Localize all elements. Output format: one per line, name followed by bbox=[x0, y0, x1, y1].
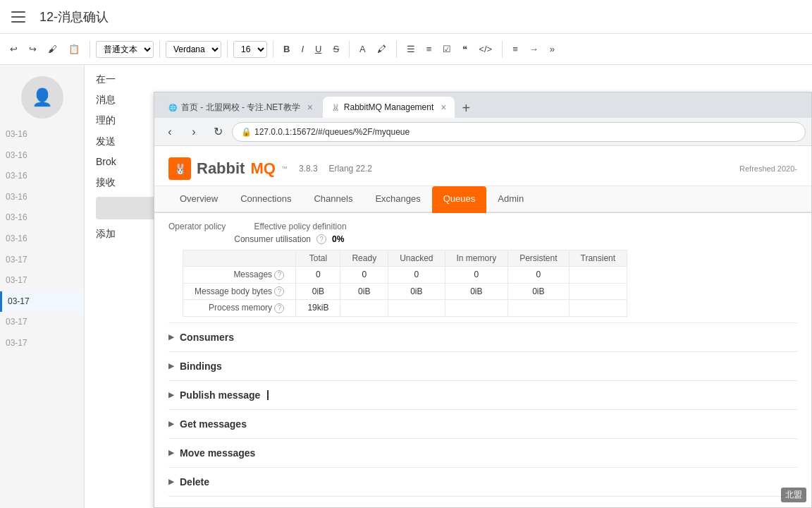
new-tab-button[interactable]: + bbox=[456, 98, 476, 118]
undo-button[interactable]: ↩ bbox=[6, 41, 22, 57]
forward-button[interactable]: › bbox=[184, 122, 204, 142]
body-bytes-help[interactable]: ? bbox=[274, 286, 284, 296]
rmq-section-header-5[interactable]: ▶Delete bbox=[168, 468, 797, 496]
font-size-select[interactable]: 16 bbox=[233, 41, 267, 58]
effective-policy-label: Effective policy definition bbox=[254, 222, 346, 231]
rmq-nav-admin[interactable]: Admin bbox=[486, 186, 535, 213]
section-cursor-2 bbox=[267, 390, 269, 400]
rmq-section-delete: ▶Delete bbox=[168, 467, 797, 496]
url-text: 127.0.0.1:15672/#/queues/%2F/myqueue bbox=[254, 127, 410, 137]
messages-inmem: 0 bbox=[445, 267, 508, 284]
sidebar-date-8[interactable]: 03-17 bbox=[0, 291, 84, 313]
tab-favicon-2: 🐰 bbox=[331, 104, 340, 111]
sidebar-date-9[interactable]: 03-17 bbox=[0, 312, 84, 333]
bold-button[interactable]: B bbox=[279, 41, 294, 57]
process-memory-persistent bbox=[508, 300, 569, 317]
consumer-utilisation-help[interactable]: ? bbox=[316, 234, 326, 244]
rmq-section-header-0[interactable]: ▶Consumers bbox=[168, 323, 797, 351]
rmq-section-header-4[interactable]: ▶Move messages bbox=[168, 439, 797, 467]
bullets-button[interactable]: ☰ bbox=[402, 41, 419, 57]
code-button[interactable]: </> bbox=[474, 41, 496, 57]
sidebar-date-0[interactable]: 03-16 bbox=[0, 124, 84, 145]
refresh-button[interactable]: ↻ bbox=[208, 122, 228, 142]
sidebar-date-4[interactable]: 03-16 bbox=[0, 207, 84, 229]
separator-6 bbox=[396, 41, 397, 58]
paint-button[interactable]: 🖌 bbox=[44, 41, 61, 57]
rmq-sections: ▶Consumers▶Bindings▶Publish message▶Get … bbox=[154, 322, 811, 508]
rmq-section-header-3[interactable]: ▶Get messages bbox=[168, 410, 797, 438]
rmq-nav-channels[interactable]: Channels bbox=[302, 186, 364, 213]
checklist-button[interactable]: ☑ bbox=[438, 41, 455, 57]
sidebar-date-3[interactable]: 03-16 bbox=[0, 187, 84, 208]
consumer-utilisation-label: Consumer utilisation bbox=[168, 234, 316, 244]
underline-button[interactable]: U bbox=[311, 41, 326, 57]
browser-tab-2-label: RabbitMQ Management bbox=[344, 102, 433, 112]
section-label-2: Publish message bbox=[180, 389, 260, 401]
section-label-5: Delete bbox=[180, 476, 209, 488]
col-persistent: Persistent bbox=[508, 250, 569, 267]
process-memory-row: Process memory ? 19kiB bbox=[183, 300, 627, 317]
text-style-select[interactable]: 普通文本 bbox=[96, 41, 154, 58]
rmq-nav-connections[interactable]: Connections bbox=[229, 186, 302, 213]
toolbar: ↩ ↪ 🖌 📋 普通文本 Verdana 16 B I U S A 🖍 ☰ ≡ … bbox=[0, 34, 812, 65]
font-color-button[interactable]: A bbox=[355, 41, 370, 57]
col-unacked: Unacked bbox=[388, 250, 445, 267]
address-bar[interactable]: 🔒 127.0.0.1:15672/#/queues/%2F/myqueue bbox=[232, 122, 806, 142]
message-body-bytes-row: Message body bytes ? 0iB 0iB 0iB 0iB 0iB bbox=[183, 283, 627, 300]
tab-favicon-1: 🌐 bbox=[168, 104, 177, 111]
rmq-nav-overview[interactable]: Overview bbox=[168, 186, 229, 213]
messages-ready: 0 bbox=[340, 267, 388, 284]
section-arrow-2: ▶ bbox=[168, 391, 174, 399]
back-button[interactable]: ‹ bbox=[160, 122, 180, 142]
sidebar-date-5[interactable]: 03-16 bbox=[0, 229, 84, 250]
italic-button[interactable]: I bbox=[297, 41, 308, 57]
browser-tab-2[interactable]: 🐰 RabbitMQ Management × bbox=[323, 97, 455, 118]
separator-5 bbox=[349, 41, 350, 58]
col-transient: Transient bbox=[569, 250, 627, 267]
highlight-button[interactable]: 🖍 bbox=[373, 41, 390, 57]
section-arrow-4: ▶ bbox=[168, 449, 174, 456]
messages-help[interactable]: ? bbox=[274, 270, 284, 280]
rmq-nav-exchanges[interactable]: Exchanges bbox=[364, 186, 431, 213]
font-select[interactable]: Verdana bbox=[166, 41, 221, 58]
align-button[interactable]: ≡ bbox=[508, 41, 522, 57]
rmq-nav: OverviewConnectionsChannelsExchangesQueu… bbox=[154, 186, 811, 213]
section-arrow-5: ▶ bbox=[168, 478, 174, 485]
rmq-refreshed: Refreshed 2020- bbox=[739, 164, 797, 173]
sidebar-date-6[interactable]: 03-17 bbox=[0, 250, 84, 271]
browser-tab-2-close[interactable]: × bbox=[441, 102, 446, 113]
hamburger-icon[interactable] bbox=[11, 11, 25, 23]
col-in-memory: In memory bbox=[445, 250, 508, 267]
rmq-nav-queues[interactable]: Queues bbox=[432, 186, 487, 213]
col-header-empty bbox=[183, 250, 296, 267]
sidebar-date-10[interactable]: 03-17 bbox=[0, 333, 84, 354]
browser-tab-1[interactable]: 🌐 首页 - 北盟网校 - 专注.NET教学 × bbox=[160, 97, 321, 118]
editor-content-left: 👤 03-1603-1603-1603-1603-1603-1603-1703-… bbox=[0, 65, 84, 508]
rmq-version: 3.8.3 bbox=[299, 164, 318, 174]
rmq-section-consumers: ▶Consumers bbox=[168, 322, 797, 351]
rmq-section-purge: ▶Purge bbox=[168, 496, 797, 508]
title-bar-left: 12-消息确认 bbox=[11, 8, 109, 25]
redo-button[interactable]: ↪ bbox=[25, 41, 41, 57]
strikethrough-button[interactable]: S bbox=[328, 41, 343, 57]
sidebar-date-7[interactable]: 03-17 bbox=[0, 270, 84, 291]
rmq-section-header-1[interactable]: ▶Bindings bbox=[168, 352, 797, 380]
process-memory-value: 19kiB bbox=[296, 300, 340, 317]
sidebar-date-1[interactable]: 03-16 bbox=[0, 145, 84, 167]
rmq-erlang: Erlang 22.2 bbox=[329, 164, 372, 174]
process-memory-help[interactable]: ? bbox=[274, 303, 284, 313]
indent-button[interactable]: → bbox=[525, 41, 543, 57]
copy-format-button[interactable]: 📋 bbox=[64, 41, 84, 57]
browser-tab-1-close[interactable]: × bbox=[307, 102, 313, 113]
quote-button[interactable]: ❝ bbox=[458, 41, 472, 57]
numbers-button[interactable]: ≡ bbox=[422, 41, 436, 57]
sidebar-date-2[interactable]: 03-16 bbox=[0, 166, 84, 187]
rmq-section-header-2[interactable]: ▶Publish message bbox=[168, 381, 797, 409]
rmq-section-publish-message: ▶Publish message bbox=[168, 380, 797, 409]
more-button[interactable]: » bbox=[546, 41, 559, 57]
separator-2 bbox=[159, 41, 160, 58]
rmq-stats-area: Operator policy Effective policy definit… bbox=[154, 213, 811, 317]
rmq-section-header-6[interactable]: ▶Purge bbox=[168, 497, 797, 508]
col-ready: Ready bbox=[340, 250, 388, 267]
section-label-0: Consumers bbox=[180, 332, 234, 343]
